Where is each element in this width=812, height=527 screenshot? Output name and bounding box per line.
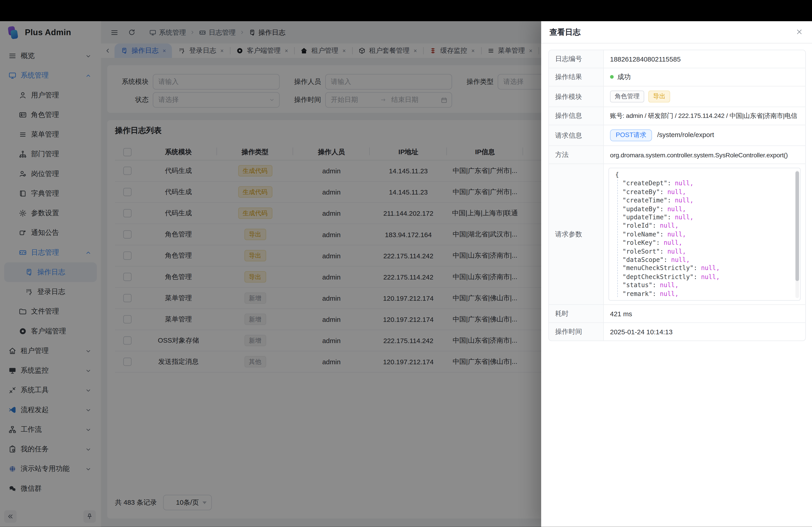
detail-value: 1882612840802115585 xyxy=(604,50,805,68)
top-black-bar xyxy=(0,0,812,21)
tag-plain: 角色管理 xyxy=(610,91,644,103)
json-line: "createTime": null, xyxy=(609,196,800,205)
json-line: "roleSort": null, xyxy=(609,247,800,256)
json-line: "updateBy": null, xyxy=(609,205,800,213)
detail-label: 操作时间 xyxy=(549,323,604,341)
indent-guide xyxy=(617,180,618,297)
detail-row-method: 方法org.dromara.system.controller.system.S… xyxy=(549,146,805,164)
request-url: /system/role/export xyxy=(657,131,714,139)
detail-row-time: 操作时间2025-01-24 10:14:13 xyxy=(549,323,805,341)
detail-row-request: 请求信息POST请求/system/role/export xyxy=(549,125,805,146)
detail-label: 耗时 xyxy=(549,304,604,322)
detail-row-log-id: 日志编号1882612840802115585 xyxy=(549,50,805,68)
json-line: "createBy": null, xyxy=(609,188,800,196)
detail-row-result: 操作结果成功 xyxy=(549,68,805,86)
detail-label: 方法 xyxy=(549,146,604,164)
log-details: 日志编号1882612840802115585操作结果成功操作模块角色管理导出操… xyxy=(548,49,806,341)
json-line: "updateTime": null, xyxy=(609,213,800,222)
detail-label: 操作结果 xyxy=(549,68,604,86)
json-line: "status": null, xyxy=(609,281,800,290)
screen: Plus Admin 概览系统管理用户管理角色管理菜单管理部门管理岗位管理字典管… xyxy=(0,0,812,527)
json-line: { xyxy=(609,171,800,179)
detail-value: POST请求/system/role/export xyxy=(604,125,805,146)
detail-value: org.dromara.system.controller.system.Sys… xyxy=(604,146,805,164)
detail-label: 操作信息 xyxy=(549,107,604,125)
drawer-header: 查看日志 xyxy=(541,21,812,44)
drawer-title: 查看日志 xyxy=(549,27,581,37)
detail-value: 账号: admin / 研发部门 / 222.175.114.242 / 中国|… xyxy=(604,107,805,125)
detail-value: 成功 xyxy=(604,68,805,86)
request-params-json[interactable]: {"createDept": null,"createBy": null,"cr… xyxy=(609,168,801,301)
detail-value: 角色管理导出 xyxy=(604,86,805,107)
json-line: "roleName": null, xyxy=(609,230,800,239)
detail-row-params: 请求参数{"createDept": null,"createBy": null… xyxy=(549,164,805,304)
detail-label: 日志编号 xyxy=(549,50,604,68)
detail-row-info: 操作信息账号: admin / 研发部门 / 222.175.114.242 /… xyxy=(549,107,805,125)
view-log-drawer: 查看日志 日志编号1882612840802115585操作结果成功操作模块角色… xyxy=(541,21,812,527)
json-line: "roleId": null, xyxy=(609,222,800,230)
detail-row-module: 操作模块角色管理导出 xyxy=(549,86,805,107)
detail-label: 请求参数 xyxy=(549,164,604,304)
post-request-tag: POST请求 xyxy=(610,130,652,141)
json-line: "deptCheckStrictly": null, xyxy=(609,273,800,281)
tag-warning: 导出 xyxy=(648,91,670,103)
close-icon xyxy=(796,28,803,35)
json-line: "createDept": null, xyxy=(609,179,800,188)
detail-value: {"createDept": null,"createBy": null,"cr… xyxy=(604,164,805,304)
detail-label: 请求信息 xyxy=(549,125,604,146)
close-icon[interactable] xyxy=(796,28,803,35)
json-line: "roleKey": null, xyxy=(609,239,800,247)
success-dot-icon xyxy=(610,75,614,79)
scrollbar-thumb[interactable] xyxy=(796,171,799,281)
json-line: "dataScope": null, xyxy=(609,256,800,264)
json-line: "menuCheckStrictly": null, xyxy=(609,264,800,273)
detail-value: 2025-01-24 10:14:13 xyxy=(604,323,805,341)
detail-label: 操作模块 xyxy=(549,86,604,107)
detail-row-duration: 耗时421 ms xyxy=(549,304,805,322)
json-line: "remark": null, xyxy=(609,290,800,298)
detail-value: 421 ms xyxy=(604,304,805,322)
